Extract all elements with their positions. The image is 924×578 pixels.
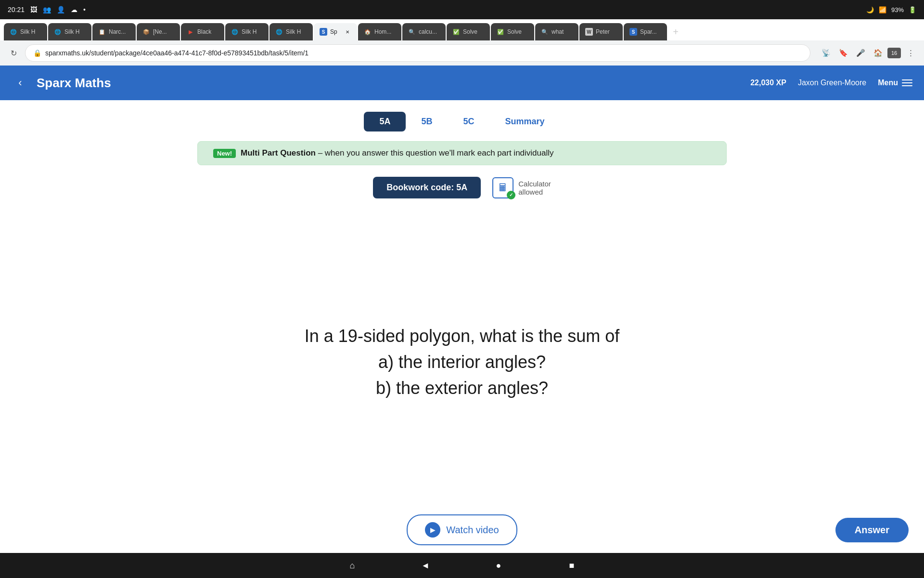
answer-label: Answer [855,525,889,535]
menu-button[interactable]: Menu [878,79,912,87]
bookwork-row: Bookwork code: 5A 🖩 ✓ Calculator allowed [373,177,551,198]
tab-label: Black [197,28,211,35]
tab-sparx2[interactable]: S Spar... [624,23,667,40]
android-square-button[interactable]: ■ [564,558,579,573]
xp-display: 22,030 XP [750,79,786,87]
tab-calc[interactable]: 🔍 calcu... [402,23,446,40]
calculator-text: Calculator allowed [518,180,551,196]
back-button[interactable]: ‹ [12,74,29,92]
tab-label: what [552,28,564,35]
sparx-logo: Sparx Maths [37,76,111,91]
tab-amazon[interactable]: 📦 [Ne... [137,23,180,40]
tab-favicon: S [629,28,637,36]
tab-silk4[interactable]: 🌐 Silk H [270,23,313,40]
tab-favicon: ▶ [187,28,194,36]
top-nav-left: ‹ Sparx Maths [12,74,111,92]
calculator-icon: 🖩 ✓ [492,177,513,198]
microphone-button[interactable]: 🎤 [853,45,868,61]
wifi-icon: 📶 [879,6,886,13]
address-bar-icons: 📡 🔖 🎤 🏠 16 ⋮ [818,45,918,61]
new-tag: New! [213,149,236,158]
tab-label: [Ne... [153,28,167,35]
more-button[interactable]: ⋮ [903,45,918,61]
tab-favicon: 🌐 [10,28,17,36]
android-back-button[interactable]: ◄ [418,558,433,573]
video-camera-icon: ▶ [425,522,440,538]
watch-video-button[interactable]: ▶ Watch video [407,514,517,545]
tab-label: Silk H [286,28,301,35]
top-nav-right: 22,030 XP Jaxon Green-Moore Menu [750,79,912,87]
tab-label: Sp [330,28,337,35]
tab-label: calcu... [419,28,437,35]
reload-button[interactable]: ↻ [6,45,21,61]
system-time: 20:21 [8,6,25,13]
tab-silk1[interactable]: 🌐 Silk H [4,23,47,40]
tab-solve2[interactable]: ✅ Solve [491,23,534,40]
banner-title: Multi Part Question [241,148,316,158]
tab-label: Silk H [20,28,35,35]
tab-close-button[interactable]: ✕ [344,28,351,36]
tab-home[interactable]: 🏠 Hom... [358,23,401,40]
android-nav-bar: ⌂ ◄ ● ■ [0,553,924,578]
hamburger-icon [902,79,912,86]
question-text: In a 19-sided polygon, what is the sum o… [305,323,619,401]
tab-favicon: ✅ [497,28,504,36]
tab-favicon: 📋 [98,28,106,36]
tab-favicon: W [585,28,593,36]
tab-favicon: S [320,28,327,36]
tab-favicon: 🏠 [364,28,372,36]
calculator-line2: allowed [518,188,551,196]
system-bar: 20:21 🖼 👥 👤 ☁ • 🌙 📶 93% 🔋 [0,0,924,19]
sparx-app: ‹ Sparx Maths 22,030 XP Jaxon Green-Moor… [0,66,924,553]
system-bar-right: 🌙 📶 93% 🔋 [866,6,916,13]
tab-label: Silk H [242,28,257,35]
tab-5c[interactable]: 5C [448,112,489,131]
android-recents-button[interactable]: ● [491,558,506,573]
banner-suffix: – when you answer this question we'll ma… [318,148,554,158]
answer-button[interactable]: Answer [835,518,909,542]
calculator-line1: Calculator [518,180,551,188]
tab-label: Hom... [374,28,391,35]
tab-what[interactable]: 🔍 what [535,23,578,40]
cast-button[interactable]: 📡 [818,45,834,61]
cloud-icon: ☁ [71,6,77,13]
question-line1: In a 19-sided polygon, what is the sum o… [305,323,619,349]
tab-favicon: 🌐 [231,28,239,36]
tab-label: Peter [596,28,610,35]
tab-favicon: 🌐 [275,28,283,36]
tab-label: Narc... [109,28,126,35]
new-tab-button[interactable]: + [668,23,683,40]
question-area: In a 19-sided polygon, what is the sum o… [0,218,924,507]
tab-favicon: 🔍 [541,28,549,36]
home-button[interactable]: 🏠 [870,45,886,61]
tab-peter[interactable]: W Peter [579,23,623,40]
content-area: 5A 5B 5C Summary New! Multi Part Questio… [0,100,924,553]
banner-text: Multi Part Question – when you answer th… [241,148,553,158]
tab-5a[interactable]: 5A [364,112,406,131]
question-line2: a) the interior angles? [305,349,619,375]
tab-solve1[interactable]: ✅ Solve [447,23,490,40]
lock-icon: 🔒 [33,49,41,57]
tab-summary[interactable]: Summary [490,112,560,131]
tab-silk3[interactable]: 🌐 Silk H [225,23,269,40]
bookmark-button[interactable]: 🔖 [835,45,851,61]
tab-count-button[interactable]: 16 [887,48,901,58]
top-nav: ‹ Sparx Maths 22,030 XP Jaxon Green-Moor… [0,66,924,100]
tab-narc[interactable]: 📋 Narc... [92,23,136,40]
dot-indicator: • [83,6,86,13]
bookwork-code: Bookwork code: 5A [373,177,481,198]
android-home-button[interactable]: ⌂ [345,558,360,573]
tab-favicon: ✅ [452,28,460,36]
watch-video-label: Watch video [446,525,499,536]
tab-label: Solve [507,28,522,35]
contacts-icon: 👥 [43,6,51,13]
gallery-icon: 🖼 [30,6,37,13]
tab-5b[interactable]: 5B [406,112,448,131]
tab-black[interactable]: ▶ Black [181,23,224,40]
calc-check-icon: ✓ [507,191,515,199]
tab-sparx-active[interactable]: S Sp ✕ [314,23,357,40]
address-bar-row: ↻ 🔒 sparxmaths.uk/student/package/4ce0aa… [0,40,924,66]
address-bar[interactable]: 🔒 sparxmaths.uk/student/package/4ce0aa46… [25,44,810,62]
tab-silk2[interactable]: 🌐 Silk H [48,23,91,40]
tab-bar: 🌐 Silk H 🌐 Silk H 📋 Narc... 📦 [Ne... ▶ B… [0,19,924,40]
